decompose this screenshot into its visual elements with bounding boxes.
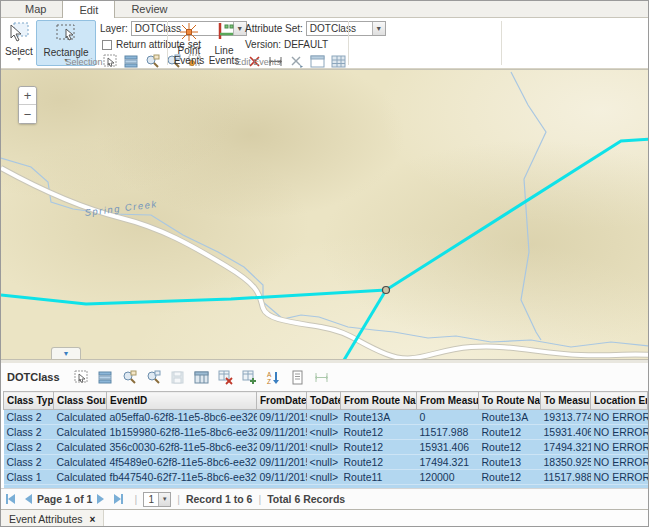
route-line-northeast[interactable] <box>386 139 649 290</box>
tab-edit[interactable]: Edit <box>62 0 115 18</box>
table-row[interactable]: Class 2Calculateda05effa0-62f8-11e5-8bc6… <box>4 410 648 425</box>
route-junction-marker[interactable] <box>383 287 390 294</box>
table-cell[interactable]: fb447540-62f7-11e5-8bc6-ee32641d5ec9 <box>107 470 257 485</box>
table-cell[interactable]: Calculated <box>54 455 107 470</box>
attribute-set-combobox-arrow-icon[interactable]: ▼ <box>372 22 385 35</box>
column-header[interactable]: From Route Name <box>341 392 417 410</box>
table-cell[interactable]: <null> <box>307 425 341 440</box>
table-cell[interactable]: 1b159980-62f8-11e5-8bc6-ee32641d5ec9 <box>107 425 257 440</box>
table-cell[interactable]: Calculated <box>54 470 107 485</box>
table-cell[interactable]: Route13 <box>479 455 541 470</box>
table-cell[interactable]: 120000 <box>417 470 479 485</box>
table-cell[interactable]: a05effa0-62f8-11e5-8bc6-ee32641d5ec9 <box>107 410 257 425</box>
table-cell[interactable]: 11517.988 <box>417 425 479 440</box>
table-cell[interactable]: <null> <box>307 440 341 455</box>
table-cell[interactable]: 15931.406 <box>541 425 591 440</box>
table-cell[interactable]: Calculated <box>54 410 107 425</box>
column-header[interactable]: From Measure <box>417 392 479 410</box>
table-cell[interactable]: Route12 <box>479 425 541 440</box>
table-cell[interactable]: NO ERROR <box>591 425 648 440</box>
table-cell[interactable]: 09/11/2015 <box>257 425 307 440</box>
version-text: Version: DEFAULT <box>245 39 328 50</box>
table-cell[interactable]: 4f5489e0-62f8-11e5-8bc6-ee32641d5ec9 <box>107 455 257 470</box>
table-cell[interactable]: Route11 <box>341 470 417 485</box>
table-cell[interactable]: Route12 <box>341 455 417 470</box>
tab-review[interactable]: Review <box>115 0 183 17</box>
attribute-set-combobox[interactable]: DOTClass ▼ <box>306 21 386 36</box>
zoom-to-selected-icon[interactable] <box>122 370 137 385</box>
table-cell[interactable]: NO ERROR <box>591 455 648 470</box>
table-cell[interactable]: NO ERROR <box>591 410 648 425</box>
table-cell[interactable]: Calculated <box>54 440 107 455</box>
table-cell[interactable]: Route12 <box>341 425 417 440</box>
table-cell[interactable]: 11517.988 <box>541 470 591 485</box>
delete-rows-icon[interactable] <box>218 370 233 385</box>
table-cell[interactable]: <null> <box>307 470 341 485</box>
map-features: Spring Creek <box>1 70 649 359</box>
first-page-button[interactable] <box>6 494 15 504</box>
table-cell[interactable]: Class 2 <box>4 440 54 455</box>
measure-range-icon[interactable] <box>314 370 329 385</box>
table-cell[interactable]: NO ERROR <box>591 440 648 455</box>
table-cell[interactable]: Route13A <box>479 410 541 425</box>
table-cell[interactable]: Class 2 <box>4 425 54 440</box>
zoom-out-button[interactable]: − <box>19 105 36 123</box>
pan-to-selected-icon[interactable] <box>146 370 161 385</box>
column-header[interactable]: To Route Name <box>479 392 541 410</box>
last-page-button[interactable] <box>114 494 123 504</box>
table-cell[interactable]: 17494.321 <box>541 440 591 455</box>
panel-collapse-tab[interactable]: ▼ <box>51 347 81 359</box>
previous-page-button[interactable] <box>25 494 32 504</box>
table-row[interactable]: Class 2Calculated1b159980-62f8-11e5-8bc6… <box>4 425 648 440</box>
table-cell[interactable]: 09/11/2015 <box>257 410 307 425</box>
table-cell[interactable]: 17494.321 <box>417 455 479 470</box>
page-number-arrow-icon[interactable]: ▼ <box>158 493 170 506</box>
table-cell[interactable]: 09/11/2015 <box>257 440 307 455</box>
page-number-combobox[interactable]: 1 ▼ <box>143 492 171 507</box>
select-features-icon[interactable] <box>74 370 89 385</box>
table-row[interactable]: Class 2Calculated4f5489e0-62f8-11e5-8bc6… <box>4 455 648 470</box>
table-cell[interactable]: Route12 <box>479 440 541 455</box>
zoom-in-button[interactable]: + <box>19 87 36 105</box>
column-header[interactable]: FromDate <box>257 392 307 410</box>
table-cell[interactable]: Route12 <box>479 470 541 485</box>
table-cell[interactable]: 09/11/2015 <box>257 470 307 485</box>
attribute-table-header-row: Class TypeClass SourceEventIDFromDateToD… <box>4 392 648 410</box>
sort-icon[interactable]: AZ <box>266 370 281 385</box>
next-page-button[interactable] <box>97 494 104 504</box>
table-cell[interactable]: Route13A <box>341 410 417 425</box>
table-cell[interactable]: Class 2 <box>4 455 54 470</box>
report-icon[interactable] <box>290 370 305 385</box>
return-attribute-set-checkbox[interactable] <box>102 40 112 50</box>
column-header[interactable]: Location Error <box>591 392 648 410</box>
table-cell[interactable]: Calculated <box>54 425 107 440</box>
table-cell[interactable]: 09/11/2015 <box>257 455 307 470</box>
table-cell[interactable]: 356c0030-62f8-11e5-8bc6-ee32641d5ec9 <box>107 440 257 455</box>
column-header[interactable]: Class Type <box>4 392 54 410</box>
column-header[interactable]: Class Source <box>54 392 107 410</box>
table-cell[interactable]: 15931.406 <box>417 440 479 455</box>
close-tab-icon[interactable]: × <box>90 514 96 525</box>
table-cell[interactable]: 19313.774 <box>541 410 591 425</box>
tab-map[interactable]: Map <box>9 0 62 17</box>
switch-table-icon[interactable] <box>194 370 209 385</box>
table-cell[interactable]: <null> <box>307 410 341 425</box>
save-icon[interactable] <box>170 370 185 385</box>
table-cell[interactable]: Route12 <box>341 440 417 455</box>
add-rows-icon[interactable] <box>242 370 257 385</box>
map-canvas[interactable]: Spring Creek + − ▼ <box>1 69 649 359</box>
table-cell[interactable]: Class 1 <box>4 470 54 485</box>
list-records-icon[interactable] <box>98 370 113 385</box>
table-cell[interactable]: <null> <box>307 455 341 470</box>
event-attributes-tab[interactable]: Event Attributes × <box>1 510 104 527</box>
table-cell[interactable]: 18350.925 <box>541 455 591 470</box>
column-header[interactable]: To Measure <box>541 392 591 410</box>
column-header[interactable]: EventID <box>107 392 257 410</box>
column-header[interactable]: ToDate <box>307 392 341 410</box>
route-line-west[interactable] <box>1 290 386 304</box>
table-row[interactable]: Class 1Calculatedfb447540-62f7-11e5-8bc6… <box>4 470 648 485</box>
table-cell[interactable]: 0 <box>417 410 479 425</box>
table-cell[interactable]: NO ERROR <box>591 470 648 485</box>
table-row[interactable]: Class 2Calculated356c0030-62f8-11e5-8bc6… <box>4 440 648 455</box>
table-cell[interactable]: Class 2 <box>4 410 54 425</box>
